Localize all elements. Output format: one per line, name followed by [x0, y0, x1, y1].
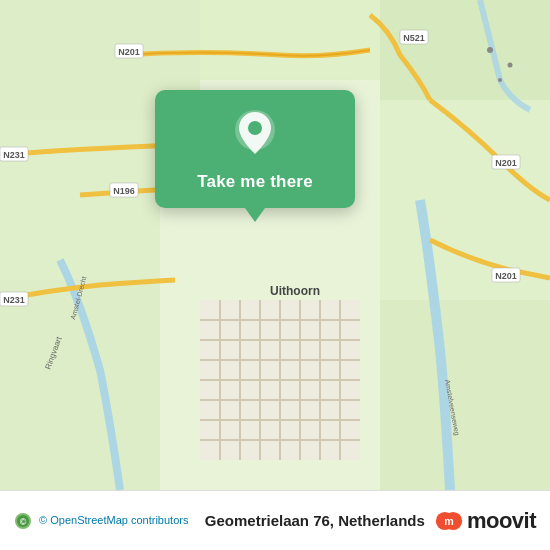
svg-text:N201: N201	[495, 271, 517, 281]
osm-logo-icon: ©	[14, 512, 32, 530]
svg-point-45	[248, 121, 262, 135]
popup-card[interactable]: Take me there	[155, 90, 355, 208]
moovit-logo: m moovit	[435, 507, 536, 535]
moovit-logo-text: moovit	[467, 508, 536, 534]
svg-point-42	[508, 63, 513, 68]
pin-icon	[229, 108, 281, 160]
svg-rect-2	[200, 0, 380, 80]
osm-attribution-text: © OpenStreetMap contributors	[39, 513, 188, 525]
svg-text:©: ©	[20, 517, 27, 527]
svg-text:N196: N196	[113, 186, 135, 196]
svg-text:N231: N231	[3, 295, 25, 305]
map-container[interactable]: Uithoorn N201 N521 N231 N196 N201 N201 N…	[0, 0, 550, 490]
location-name: Geometrielaan 76, Netherlands	[205, 512, 425, 529]
svg-point-43	[498, 78, 502, 82]
bottom-bar: © © OpenStreetMap contributors Geometrie…	[0, 490, 550, 550]
svg-rect-3	[380, 0, 550, 100]
svg-text:N201: N201	[495, 158, 517, 168]
moovit-icon: m	[435, 507, 463, 535]
svg-rect-7	[380, 300, 550, 490]
svg-rect-4	[0, 120, 160, 280]
svg-point-41	[487, 47, 493, 53]
take-me-there-button[interactable]: Take me there	[197, 172, 313, 192]
svg-text:N201: N201	[118, 47, 140, 57]
svg-text:m: m	[444, 515, 454, 527]
osm-attribution: © © OpenStreetMap contributors	[14, 512, 195, 530]
svg-text:Uithoorn: Uithoorn	[270, 284, 320, 298]
svg-text:N521: N521	[403, 33, 425, 43]
location-info: Geometrielaan 76, Netherlands	[205, 512, 425, 529]
svg-text:N231: N231	[3, 150, 25, 160]
